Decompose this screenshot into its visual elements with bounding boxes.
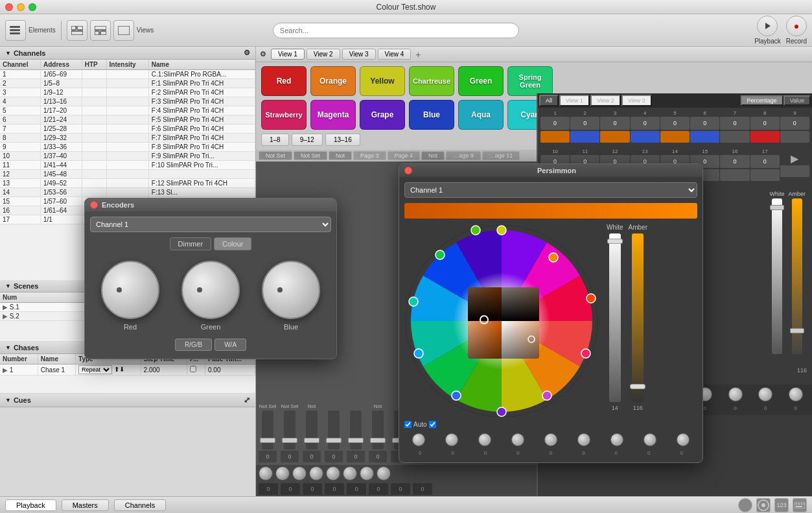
view-btn-1[interactable] — [67, 20, 87, 41]
tab-view2[interactable]: View 2 — [307, 49, 340, 60]
channels-arrow[interactable]: ▼ — [5, 50, 11, 56]
status-tab-masters[interactable]: Masters — [62, 499, 109, 511]
fader-track-0[interactable] — [262, 411, 273, 449]
fader-track-1[interactable] — [284, 411, 296, 449]
color-btn-strawberry[interactable]: Strawberry — [261, 100, 307, 130]
table-row[interactable]: 12 1/45–48 — [0, 170, 255, 179]
percentage-tab[interactable]: Percentage — [741, 95, 783, 106]
color-btn-green[interactable]: Green — [458, 66, 504, 96]
color-btn-aqua[interactable]: Aqua — [458, 100, 504, 130]
fader-tab-view2[interactable]: View 2 — [590, 95, 621, 106]
table-row[interactable]: 9 1/33–36 F:8 SlimPAR Pro Tri 4CH — [0, 143, 255, 152]
picker-channel-select[interactable]: Channel 1 — [404, 182, 697, 198]
table-row[interactable]: 8 1/29–32 F:7 SlimPAR Pro Tri 4CH — [0, 134, 255, 143]
picker-knob-8[interactable] — [677, 433, 690, 446]
page-btn-1-8[interactable]: 1–8 — [261, 134, 289, 146]
picker-knob-0[interactable] — [412, 433, 425, 446]
scenes-arrow[interactable]: ▼ — [5, 283, 11, 289]
page-btn-9-12[interactable]: 9–12 — [292, 134, 323, 146]
wheel-dot-teal[interactable] — [409, 297, 418, 306]
fader-knob-8[interactable] — [789, 387, 803, 401]
table-row[interactable]: 1 1/65–69 C.1:SlimPAR Pro RGBA... — [0, 70, 255, 79]
not-set-2[interactable]: Not Set — [294, 151, 327, 160]
knob-blue[interactable] — [262, 261, 320, 319]
bottom-knob-3[interactable] — [309, 466, 323, 481]
elements-panel-btn[interactable] — [5, 20, 26, 41]
table-row[interactable]: 14 1/53–56 F:13 Sl... — [0, 188, 255, 197]
wheel-dot-cyan[interactable] — [414, 349, 423, 358]
color-btn-yellow[interactable]: Yellow — [360, 66, 405, 96]
table-row[interactable]: 13 1/49–52 F:12 SlimPAR Pro Tri 4CH — [0, 179, 255, 188]
fader-track-3[interactable] — [328, 411, 340, 449]
wheel-dot-green[interactable] — [435, 250, 445, 259]
tab-view1[interactable]: View 1 — [271, 49, 305, 60]
status-tab-playback[interactable]: Playback — [5, 499, 56, 511]
table-row[interactable]: 7 1/25–28 F:6 SlimPAR Pro Tri 4CH — [0, 125, 255, 134]
encoders-tab-dimmer[interactable]: Dimmer — [170, 237, 212, 250]
bottom-knob-0[interactable] — [259, 466, 273, 481]
chases-arrow[interactable]: ▼ — [5, 344, 11, 351]
add-tab-btn[interactable]: + — [413, 49, 423, 60]
number-icon[interactable]: 123 — [774, 498, 789, 512]
table-row[interactable]: 10 1/37–40 F:9 SlimPAR Pro Tri... — [0, 152, 255, 161]
status-tab-channels[interactable]: Channels — [114, 499, 166, 511]
table-row[interactable]: 3 1/9–12 F:2 SlimPAR Pro Tri 4CH — [0, 88, 255, 97]
minimize-button[interactable] — [17, 3, 25, 11]
color-btn-spring-green[interactable]: SpringGreen — [507, 66, 553, 96]
wheel-dot-pink[interactable] — [581, 349, 590, 358]
encoders-tab-colour[interactable]: Colour — [214, 237, 251, 250]
fader-tab-view3[interactable]: View 3 — [621, 95, 652, 106]
bottom-knob-7[interactable] — [377, 466, 391, 481]
page-4-tab[interactable]: Page 4 — [388, 151, 421, 160]
color-btn-grape[interactable]: Grape — [360, 100, 405, 130]
center-settings-icon[interactable]: ⚙ — [260, 50, 266, 58]
color-btn-chartreuse[interactable]: Chartreuse — [409, 66, 454, 96]
fader-knob-6[interactable] — [728, 387, 743, 401]
color-btn-magenta[interactable]: Magenta — [310, 100, 356, 130]
color-btn-blue[interactable]: Blue — [409, 100, 454, 130]
wheel-dot-yellow[interactable] — [497, 226, 506, 235]
knob-red[interactable] — [101, 261, 159, 319]
table-row[interactable]: 5 1/17–20 F:4 SlimPAR Pro Tri 4CH — [0, 106, 255, 115]
close-button[interactable] — [5, 3, 13, 11]
wheel-dot-lime[interactable] — [471, 226, 480, 235]
picker-knob-2[interactable] — [478, 433, 491, 446]
maximize-button[interactable] — [29, 3, 36, 11]
picker-auto-checkbox-2[interactable] — [429, 421, 436, 428]
page-11-tab[interactable]: …age 11 — [482, 151, 520, 160]
page-btn-13-16[interactable]: 13–16 — [325, 134, 360, 146]
fader-track-5[interactable] — [372, 411, 384, 449]
encoders-close-button[interactable] — [90, 201, 98, 209]
picker-knob-3[interactable] — [511, 433, 524, 446]
not-set-1[interactable]: Not Set — [259, 151, 292, 160]
play-btn[interactable]: ▶ — [791, 152, 798, 165]
value-tab[interactable]: Value — [783, 95, 811, 106]
table-row[interactable]: 6 1/21–24 F:5 SlimPAR Pro Tri 4CH — [0, 115, 255, 125]
wa-btn[interactable]: W/A — [215, 339, 246, 351]
amber-slider[interactable] — [632, 233, 644, 402]
cues-arrow[interactable]: ▼ — [5, 397, 11, 403]
wheel-dot-magenta[interactable] — [542, 391, 551, 400]
picker-auto-checkbox[interactable] — [404, 421, 412, 428]
not-set-4[interactable]: Not — [421, 151, 445, 160]
bottom-knob-1[interactable] — [275, 466, 290, 481]
table-row[interactable]: 2 1/5–8 F:1 SlimPAR Pro Tri 4CH — [0, 79, 255, 88]
picker-knob-6[interactable] — [610, 433, 623, 446]
picker-knob-7[interactable] — [644, 433, 656, 446]
tab-view4[interactable]: View 4 — [378, 49, 412, 60]
not-set-3[interactable]: Not — [329, 151, 352, 160]
picker-knob-4[interactable] — [544, 433, 557, 446]
page-3-tab[interactable]: Page 3 — [353, 151, 386, 160]
playback-button[interactable]: Playback — [754, 16, 781, 45]
fader-track-2[interactable] — [306, 411, 318, 449]
color-picker-icon[interactable] — [756, 498, 771, 512]
tab-view3[interactable]: View 3 — [342, 49, 376, 60]
keyboard-icon[interactable] — [793, 498, 807, 512]
bottom-knob-5[interactable] — [343, 466, 357, 481]
bottom-knob-6[interactable] — [360, 466, 374, 481]
search-input[interactable] — [273, 23, 519, 38]
view-btn-3[interactable] — [113, 20, 134, 41]
bottom-knob-2[interactable] — [292, 466, 307, 481]
bottom-knob-4[interactable] — [326, 466, 340, 481]
fader-track-4[interactable] — [350, 411, 362, 449]
